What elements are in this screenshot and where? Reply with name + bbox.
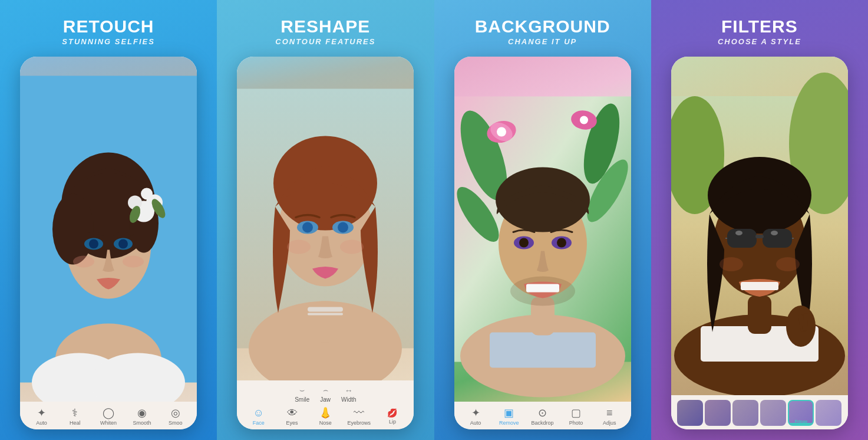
panel-retouch: RETOUCH STUNNING SELFIES [0, 0, 217, 440]
smooth-icon: ◉ [137, 408, 147, 418]
svg-point-74 [776, 257, 800, 271]
toolbar-label-eyes: Eyes [286, 420, 298, 426]
toolbar-icons-row-3: ✦ Auto ▣ Remove ⊙ Backdrop ▢ Photo ≡ A [454, 406, 631, 426]
eyebrows-icon: 〰 [354, 408, 364, 418]
toolbar-item-adjust[interactable]: ≡ Adjus [598, 408, 621, 426]
jaw-slider-icon: ⌢ [323, 385, 328, 395]
panel-1-subtitle: STUNNING SELFIES [62, 37, 155, 46]
auto-icon: ✦ [37, 408, 46, 418]
panel-3-subtitle: CHANGE IT UP [475, 37, 610, 46]
phone-toolbar-3: ✦ Auto ▣ Remove ⊙ Backdrop ▢ Photo ≡ A [454, 402, 631, 429]
slider-label-jaw: Jaw [320, 396, 331, 403]
svg-point-51 [519, 238, 529, 248]
toolbar-icons-row-2: ☺ Face 👁 Eyes 👃 Nose 〰 Eyebrows 💋 L [237, 406, 414, 426]
phone-image-4 [671, 57, 848, 395]
slider-item-jaw[interactable]: ⌢ Jaw [320, 385, 331, 403]
filter-thumb-2[interactable] [705, 400, 731, 426]
svg-rect-59 [748, 295, 771, 334]
phone-toolbar-2: ⌣ Smile ⌢ Jaw ↔ Width ☺ Face 👁 [237, 380, 414, 429]
toolbar-item-lip[interactable]: 💋 Lip [381, 409, 404, 425]
whiten-icon: ◯ [103, 408, 114, 418]
svg-rect-69 [741, 282, 778, 290]
svg-point-6 [52, 194, 94, 265]
svg-point-16 [89, 239, 98, 249]
toolbar-item-smooth[interactable]: ◉ Smooth [130, 408, 154, 426]
phone-toolbar-1: ✦ Auto ⚕ Heal ◯ Whiten ◉ Smooth ◎ Smoo [20, 402, 197, 429]
toolbar-label-nose: Nose [319, 420, 332, 426]
toolbar-label-auto: Auto [36, 420, 47, 426]
panel-background: BACKGROUND CHANGE IT UP [434, 0, 651, 440]
photo-icon: ▢ [571, 408, 581, 418]
eyes-icon: 👁 [287, 408, 298, 418]
panel-2-header: RESHAPE CONTOUR FEATURES [275, 17, 375, 46]
toolbar-item-nose[interactable]: 👃 Nose [313, 408, 337, 426]
svg-point-30 [338, 222, 348, 233]
face-icon: ☺ [253, 408, 264, 418]
slider-label-width: Width [341, 396, 357, 403]
toolbar-label-smooth: Smooth [133, 420, 151, 426]
toolbar-item-backdrop[interactable]: ⊙ Backdrop [531, 408, 555, 426]
svg-point-31 [287, 240, 311, 254]
toolbar-icons-row-1: ✦ Auto ⚕ Heal ◯ Whiten ◉ Smooth ◎ Smoo [20, 406, 197, 426]
backdrop-icon: ⊙ [538, 408, 547, 418]
filter-thumb-1[interactable] [677, 400, 703, 426]
phone-image-2 [237, 57, 414, 380]
toolbar-item-photo[interactable]: ▢ Photo [564, 408, 588, 426]
toolbar-item-eyebrows[interactable]: 〰 Eyebrows [347, 408, 371, 426]
toolbar-label-whiten: Whiten [100, 420, 117, 426]
panel-1-header: RETOUCH STUNNING SELFIES [62, 17, 155, 46]
toolbar-label-eyebrows: Eyebrows [347, 420, 371, 426]
toolbar-label-adjust: Adjus [603, 420, 616, 426]
svg-point-11 [141, 188, 153, 200]
toolbar-item-smoo2[interactable]: ◎ Smoo [164, 408, 187, 426]
toolbar-label-auto-3: Auto [470, 420, 481, 426]
lip-icon: 💋 [387, 409, 397, 417]
svg-rect-53 [526, 284, 559, 293]
phone-image-3 [454, 57, 631, 402]
svg-point-73 [720, 257, 743, 271]
panel-4-header: FILTERS CHOOSE A STYLE [718, 17, 801, 46]
panel-1-title: RETOUCH [62, 17, 155, 36]
toolbar-label-remove: Remove [499, 420, 519, 426]
panel-4-subtitle: CHOOSE A STYLE [718, 37, 801, 46]
svg-point-18 [73, 256, 94, 268]
toolbar-item-heal[interactable]: ⚕ Heal [63, 408, 87, 426]
filter-thumb-3[interactable] [732, 400, 758, 426]
toolbar-item-face[interactable]: ☺ Face [247, 408, 270, 426]
svg-point-19 [123, 256, 144, 268]
panel-2-subtitle: CONTOUR FEATURES [275, 37, 375, 46]
panel-filters: FILTERS CHOOSE A STYLE [651, 0, 868, 440]
svg-point-52 [557, 238, 566, 248]
toolbar-item-remove[interactable]: ▣ Remove [497, 408, 521, 426]
panel-4-title: FILTERS [718, 17, 801, 36]
toolbar-item-eyes[interactable]: 👁 Eyes [280, 408, 304, 426]
svg-point-66 [771, 231, 778, 235]
filter-thumb-4[interactable] [760, 400, 786, 426]
toolbar-item-auto-3[interactable]: ✦ Auto [464, 408, 487, 426]
svg-rect-64 [755, 235, 764, 238]
panel-reshape: RESHAPE CONTOUR FEATURES [217, 0, 434, 440]
filter-thumb-6[interactable] [816, 400, 841, 426]
smoo2-icon: ◎ [171, 408, 180, 418]
phone-frame-2: ⌣ Smile ⌢ Jaw ↔ Width ☺ Face 👁 [237, 57, 414, 429]
filter-thumb-fringe[interactable]: Fringe [788, 400, 814, 426]
width-slider-icon: ↔ [345, 386, 353, 395]
slider-item-smile[interactable]: ⌣ Smile [295, 385, 309, 403]
toolbar-item-whiten[interactable]: ◯ Whiten [97, 408, 120, 426]
remove-icon: ▣ [504, 408, 514, 418]
toolbar-item-auto[interactable]: ✦ Auto [30, 408, 54, 426]
phone-frame-1: ✦ Auto ⚕ Heal ◯ Whiten ◉ Smooth ◎ Smoo [20, 57, 197, 429]
phone-frame-3: ✦ Auto ▣ Remove ⊙ Backdrop ▢ Photo ≡ A [454, 57, 631, 429]
svg-point-29 [302, 222, 313, 233]
svg-point-17 [118, 239, 128, 249]
toolbar-label-lip: Lip [389, 419, 396, 425]
slider-item-width[interactable]: ↔ Width [341, 386, 357, 403]
phone-image-1 [20, 57, 197, 402]
panel-3-title: BACKGROUND [475, 17, 610, 36]
toolbar-label-face: Face [253, 420, 265, 426]
panel-2-title: RESHAPE [275, 17, 375, 36]
nose-icon: 👃 [319, 408, 332, 418]
adjust-icon: ≡ [606, 408, 613, 418]
smile-slider-icon: ⌣ [299, 385, 305, 395]
toolbar-slider-row: ⌣ Smile ⌢ Jaw ↔ Width [285, 385, 365, 403]
